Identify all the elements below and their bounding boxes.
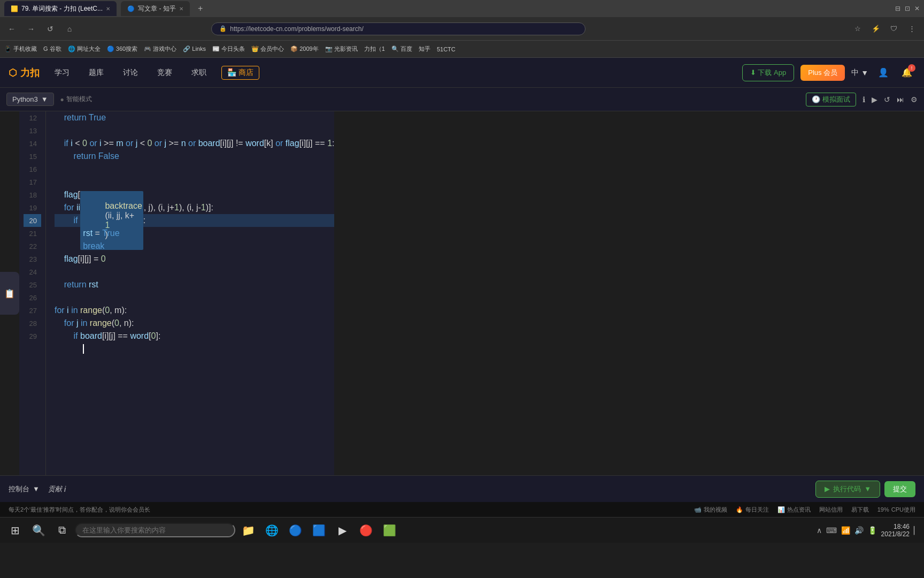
- status-daily[interactable]: 🔥 每日关注: [736, 506, 769, 514]
- tab-leetcode[interactable]: 🟨 79. 单词搜索 - 力扣 (LeetC... ✕: [4, 1, 117, 16]
- nav-discuss[interactable]: 讨论: [119, 66, 142, 80]
- kw-for-28: for: [64, 318, 74, 328]
- console-button[interactable]: 控制台 ▼: [9, 484, 40, 494]
- code-line-26: [55, 291, 334, 304]
- kw-return-15: return: [74, 151, 96, 161]
- undo-button[interactable]: ↺: [884, 95, 890, 104]
- bookmark-360[interactable]: 🔵 360搜索: [107, 45, 137, 53]
- tab-close-zhihu[interactable]: ✕: [179, 6, 183, 12]
- download-app-button[interactable]: ⬇ 下载 App: [742, 64, 794, 81]
- kw-or-14d: or: [186, 139, 198, 148]
- minimize-button[interactable]: ⊟: [895, 5, 900, 12]
- tray-volume[interactable]: 🔊: [854, 526, 864, 535]
- bookmark-google[interactable]: G 谷歌: [43, 45, 61, 53]
- extension-2[interactable]: 🛡: [887, 21, 902, 36]
- tray-network[interactable]: 📶: [841, 526, 850, 535]
- bookmark-51ctc[interactable]: 51CTC: [437, 46, 456, 52]
- nav-job[interactable]: 求职: [187, 66, 211, 80]
- taskbar-explorer[interactable]: 📁: [237, 520, 259, 541]
- ssl-icon: 🔒: [219, 25, 227, 32]
- bookmark-links[interactable]: 🔗 Links: [183, 45, 206, 52]
- indent-14: [55, 139, 64, 148]
- tray-battery[interactable]: 🔋: [868, 526, 877, 535]
- notification-icon[interactable]: 🔔 !: [898, 64, 915, 81]
- taskbar-ps[interactable]: 🟦: [308, 520, 329, 541]
- extension-1[interactable]: ⚡: [868, 21, 883, 36]
- bookmark-urls[interactable]: 🌐 网址大全: [68, 45, 101, 53]
- run-code-button[interactable]: ▶ 执行代码 ▼: [815, 481, 880, 498]
- bookmark-baidu[interactable]: 🔍 百度: [391, 45, 412, 53]
- nav-problems[interactable]: 题库: [84, 66, 108, 80]
- code-editor[interactable]: 📋 12 13 14 15 16 17 18 19 20 21 22 23 24…: [0, 111, 924, 475]
- tab-close-leetcode[interactable]: ✕: [106, 6, 110, 12]
- status-message[interactable]: 每天2个'最佳'推荐'时间点，答你配合，说明你会会员长: [9, 506, 150, 514]
- bookmark-icon[interactable]: ☆: [850, 21, 865, 36]
- info-button[interactable]: ℹ: [863, 95, 865, 104]
- settings-icon[interactable]: ⋮: [905, 21, 920, 36]
- user-icon[interactable]: 👤: [875, 64, 892, 81]
- url-bar[interactable]: 🔒 https://leetcode-cn.com/problems/word-…: [211, 22, 586, 35]
- floating-widget[interactable]: 📋: [0, 272, 19, 315]
- editor-settings-button[interactable]: ⚙: [911, 95, 918, 104]
- bookmark-photo[interactable]: 📷 光影资讯: [325, 45, 358, 53]
- simulate-interview-button[interactable]: 🕐 模拟面试: [806, 93, 856, 107]
- start-button[interactable]: ⊞: [4, 520, 26, 541]
- taskbar-edge[interactable]: 🌐: [261, 520, 282, 541]
- plus-member-button[interactable]: Plus 会员: [800, 65, 845, 81]
- status-download[interactable]: 易下载: [851, 506, 869, 514]
- back-button[interactable]: ←: [4, 21, 19, 36]
- submit-button[interactable]: 提交: [884, 481, 915, 497]
- status-site[interactable]: 网站信用: [819, 506, 843, 514]
- kw-or-14b: or: [124, 139, 136, 148]
- search-taskbar-button[interactable]: 🔍: [28, 520, 49, 541]
- new-tab-button[interactable]: +: [194, 2, 207, 15]
- code-content[interactable]: return True if i < 0 or i >= m or j: [46, 111, 334, 475]
- language-button[interactable]: 中 ▼: [851, 68, 868, 78]
- bookmark-mobile[interactable]: 📱 手机收藏: [4, 45, 37, 53]
- close-button[interactable]: ✕: [914, 5, 920, 12]
- home-button[interactable]: ⌂: [62, 21, 77, 36]
- bookmark-leetcode[interactable]: 力扣（1: [364, 45, 385, 53]
- nav-learn[interactable]: 学习: [50, 66, 74, 80]
- tray-keyboard[interactable]: ⌨: [826, 526, 837, 535]
- indent-30: [55, 344, 83, 354]
- window-controls: ⊟ ⊡ ✕: [895, 5, 920, 12]
- nav-contest[interactable]: 竞赛: [153, 66, 176, 80]
- taskbar-system-tray: ∧ ⌨ 📶 🔊 🔋 18:46 2021/8/22 ▏: [817, 523, 920, 538]
- num-0-28: 0: [114, 318, 119, 328]
- nav-store[interactable]: 🏪 商店: [221, 66, 259, 80]
- bookmark-games[interactable]: 🎮 游戏中心: [144, 45, 176, 53]
- next-button[interactable]: ⏭: [897, 95, 904, 104]
- tray-up-arrow[interactable]: ∧: [817, 526, 822, 535]
- taskbar-app1[interactable]: ▶: [332, 520, 353, 541]
- taskbar-app2[interactable]: 🔴: [355, 520, 376, 541]
- bookmark-vip[interactable]: 👑 会员中心: [251, 45, 284, 53]
- play-button[interactable]: ▶: [872, 95, 877, 104]
- var-flag-14: flag: [286, 139, 299, 148]
- code-line-14: if i < 0 or i >= m or j < 0 or j >= n or: [55, 137, 334, 150]
- op-lt-14: <: [73, 139, 82, 148]
- bookmark-toutiao[interactable]: 📰 今日头条: [212, 45, 245, 53]
- bookmark-zhihu[interactable]: 知乎: [419, 45, 430, 53]
- refresh-button[interactable]: ↺: [43, 21, 58, 36]
- var-word-14: word: [245, 139, 264, 148]
- status-video[interactable]: 📹 我的视频: [694, 506, 727, 514]
- lc-logo[interactable]: ⬡ 力扣: [9, 66, 40, 79]
- forward-button[interactable]: →: [24, 21, 38, 36]
- kw-or-14a: or: [87, 139, 99, 148]
- language-selector[interactable]: Python3 ▼: [6, 93, 54, 106]
- system-clock[interactable]: 18:46 2021/8/22: [881, 523, 910, 538]
- navbar-right: ⬇ 下载 App Plus 会员 中 ▼ 👤 🔔 !: [742, 64, 915, 81]
- show-desktop-button[interactable]: ▏: [914, 526, 920, 535]
- status-hot[interactable]: 📊 热点资讯: [777, 506, 811, 514]
- contribute-button[interactable]: 贡献 i: [48, 484, 66, 494]
- taskbar-search-input[interactable]: [75, 523, 235, 537]
- fn-range-28: range: [90, 318, 112, 328]
- taskbar-ie[interactable]: 🔵: [284, 520, 306, 541]
- maximize-button[interactable]: ⊡: [905, 5, 910, 12]
- bookmark-2009[interactable]: 📦 2009年: [290, 45, 319, 53]
- code-line-24: [55, 265, 334, 278]
- task-view-button[interactable]: ⧉: [51, 520, 73, 541]
- taskbar-app3[interactable]: 🟩: [379, 520, 400, 541]
- tab-zhihu[interactable]: 🔵 写文章 - 知乎 ✕: [121, 1, 190, 16]
